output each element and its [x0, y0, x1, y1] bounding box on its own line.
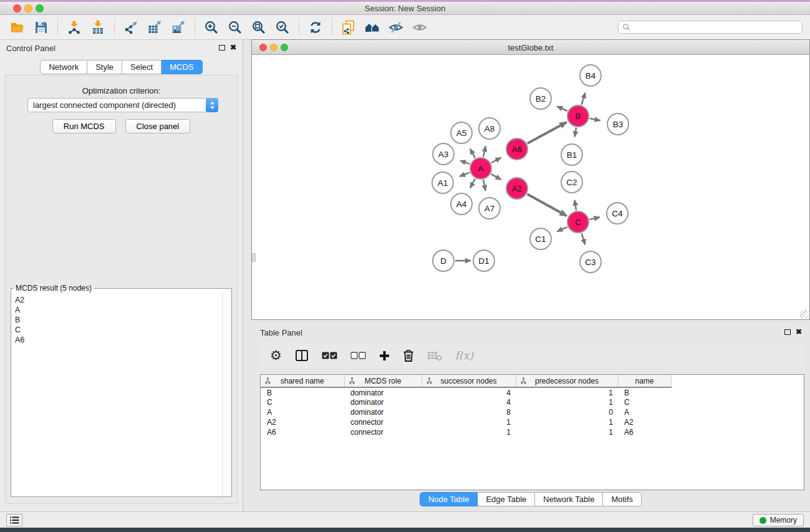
edge-B-B3[interactable] — [590, 118, 600, 120]
memory-button[interactable]: Memory — [753, 514, 804, 526]
edge-A-A7[interactable] — [483, 180, 486, 191]
cell-shared-name[interactable]: A2 — [261, 417, 344, 427]
tab-motifs[interactable]: Motifs — [603, 492, 642, 506]
mcds-result-item[interactable]: A6 — [15, 335, 221, 345]
save-session-button[interactable] — [31, 17, 51, 37]
table-row[interactable]: A6connector11A6 — [261, 427, 804, 437]
edge-A-A5[interactable] — [470, 149, 475, 158]
run-mcds-button[interactable]: Run MCDS — [52, 119, 116, 133]
edge-A-A2[interactable] — [491, 174, 501, 180]
cell-predecessor-nodes[interactable]: 1 — [516, 417, 618, 427]
cell-mcds-role[interactable]: connector — [344, 427, 422, 437]
edge-A-A8[interactable] — [483, 146, 486, 157]
cell-mcds-role[interactable]: dominator — [344, 387, 422, 397]
hide-selected-button[interactable] — [386, 17, 406, 37]
cell-successor-nodes[interactable]: 8 — [422, 407, 516, 417]
cell-predecessor-nodes[interactable]: 1 — [516, 387, 618, 397]
cell-predecessor-nodes[interactable]: 1 — [516, 427, 618, 437]
zoom-fit-button[interactable] — [249, 17, 269, 37]
cell-successor-nodes[interactable]: 4 — [422, 387, 516, 397]
cell-shared-name[interactable]: A6 — [261, 427, 344, 437]
search-box[interactable] — [618, 21, 803, 34]
mcds-result-item[interactable]: B — [15, 315, 221, 325]
edge-C-C2[interactable] — [575, 200, 577, 211]
tab-edge-table[interactable]: Edge Table — [478, 492, 535, 506]
cell-mcds-role[interactable]: dominator — [344, 407, 422, 417]
edge-A-A3[interactable] — [460, 160, 470, 164]
edge-B-B1[interactable] — [575, 128, 576, 137]
edge-B-B2[interactable] — [557, 106, 567, 111]
first-neighbors-button[interactable] — [362, 17, 382, 37]
edge-C-C1[interactable] — [557, 227, 567, 231]
duplicate-network-button[interactable] — [339, 17, 359, 37]
vertical-scrollbar-thumb[interactable] — [252, 253, 256, 262]
result-scrollbar[interactable] — [222, 294, 230, 495]
zoom-out-button[interactable] — [225, 17, 245, 37]
edge-C-C3[interactable] — [582, 233, 586, 244]
cell-successor-nodes[interactable]: 1 — [422, 417, 516, 427]
edge-A2-C[interactable] — [528, 194, 567, 216]
cell-shared-name[interactable]: A — [261, 407, 344, 417]
tab-style[interactable]: Style — [87, 60, 122, 74]
mcds-result-item[interactable]: A2 — [15, 295, 221, 305]
select-all-button[interactable] — [322, 352, 337, 359]
cell-successor-nodes[interactable]: 1 — [422, 427, 516, 437]
table-row[interactable]: Cdominator41C — [261, 397, 804, 407]
edge-A6-B[interactable] — [528, 122, 567, 143]
table-row[interactable]: Adominator80A — [261, 407, 804, 417]
close-table-panel-icon[interactable]: ✖ — [796, 329, 802, 335]
task-history-button[interactable] — [6, 514, 22, 526]
cell-name[interactable]: A6 — [618, 427, 671, 437]
tab-network-table[interactable]: Network Table — [535, 492, 603, 506]
show-columns-button[interactable] — [295, 349, 309, 362]
cell-successor-nodes[interactable]: 4 — [422, 397, 516, 407]
edge-A-A4[interactable] — [470, 179, 475, 188]
tab-network[interactable]: Network — [40, 60, 87, 74]
tab-mcds[interactable]: MCDS — [162, 60, 202, 74]
resize-grip[interactable] — [800, 310, 809, 319]
cell-name[interactable]: A2 — [618, 417, 671, 427]
cell-name[interactable]: A — [618, 407, 671, 417]
cell-name[interactable]: B — [618, 387, 671, 397]
import-network-button[interactable] — [64, 17, 84, 37]
mcds-result-item[interactable]: A — [15, 305, 221, 315]
tab-node-table[interactable]: Node Table — [420, 492, 478, 506]
deselect-all-button[interactable] — [350, 352, 366, 359]
column-header-shared-name[interactable]: shared name — [261, 375, 344, 387]
mcds-result-item[interactable]: C — [15, 325, 221, 335]
open-session-button[interactable] — [7, 17, 27, 37]
network-window-titlebar[interactable]: testGlobe.txt — [252, 40, 809, 55]
export-image-button[interactable] — [168, 17, 188, 37]
table-row[interactable]: A2connector11A2 — [261, 417, 804, 427]
cell-name[interactable]: C — [618, 397, 671, 407]
cell-shared-name[interactable]: C — [261, 397, 344, 407]
cell-mcds-role[interactable]: dominator — [344, 397, 422, 407]
table-row[interactable]: Bdominator41B — [261, 387, 804, 397]
zoom-selected-button[interactable] — [272, 17, 292, 37]
table-settings-button[interactable]: ⚙ — [270, 349, 282, 362]
optimization-criterion-select[interactable]: largest connected component (directed) — [27, 98, 218, 112]
zoom-in-button[interactable] — [201, 17, 221, 37]
column-header-name[interactable]: name — [618, 375, 671, 387]
edge-A-A1[interactable] — [460, 173, 470, 177]
float-panel-icon[interactable] — [219, 45, 225, 51]
cell-predecessor-nodes[interactable]: 1 — [516, 397, 618, 407]
cell-mcds-role[interactable]: connector — [344, 417, 422, 427]
export-table-button[interactable] — [145, 17, 165, 37]
edge-B-B4[interactable] — [582, 93, 586, 105]
tab-select[interactable]: Select — [122, 60, 162, 74]
edge-C-C4[interactable] — [590, 217, 600, 220]
function-builder-button[interactable]: f(x) — [455, 349, 473, 362]
delete-table-button[interactable] — [427, 350, 442, 361]
mcds-result-list[interactable]: A2ABCA6 — [12, 293, 221, 495]
close-panel-icon[interactable]: ✖ — [230, 44, 236, 51]
network-canvas[interactable]: B4B2BB3B1A5A8A6A3AA1C2A2A4A7CC4C1C3DD1 — [252, 56, 809, 319]
column-header-predecessor-nodes[interactable]: predecessor nodes — [516, 375, 618, 387]
refresh-button[interactable] — [306, 17, 325, 37]
cell-predecessor-nodes[interactable]: 0 — [516, 407, 618, 417]
export-network-button[interactable] — [121, 17, 141, 37]
search-input[interactable] — [633, 23, 798, 32]
float-table-panel-icon[interactable] — [784, 329, 791, 335]
add-column-button[interactable] — [379, 351, 390, 361]
import-table-button[interactable] — [88, 17, 108, 37]
